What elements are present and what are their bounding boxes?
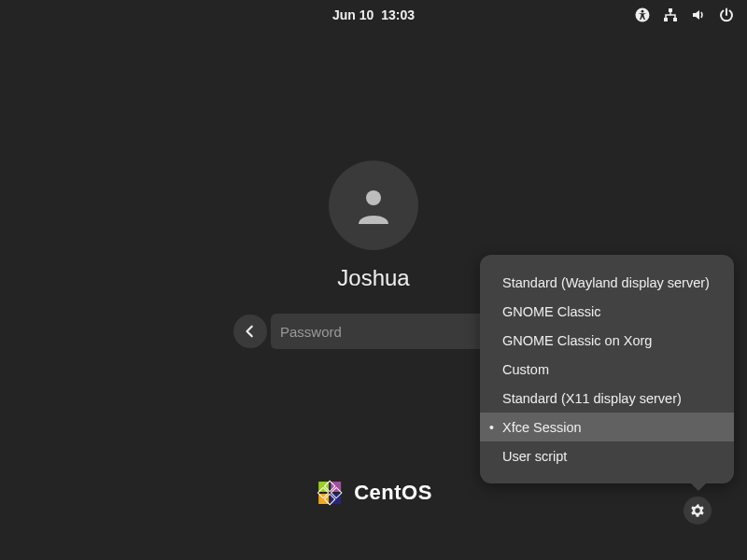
session-menu-item[interactable]: Standard (X11 display server)	[480, 384, 734, 413]
password-input[interactable]	[280, 324, 486, 340]
session-menu-item[interactable]: GNOME Classic on Xorg	[480, 326, 734, 355]
network-icon[interactable]	[663, 7, 678, 22]
svg-rect-3	[664, 18, 668, 21]
login-panel: Joshua	[233, 161, 514, 349]
session-menu-item[interactable]: Standard (Wayland display server)	[480, 268, 734, 297]
topbar-datetime[interactable]: Jun 10 13:03	[332, 7, 415, 22]
username-label: Joshua	[337, 265, 409, 291]
session-settings-button[interactable]	[684, 497, 712, 525]
session-menu-item[interactable]: GNOME Classic	[480, 297, 734, 326]
user-avatar	[329, 161, 418, 250]
brand: CentOS	[315, 478, 432, 508]
password-field-container	[271, 314, 514, 349]
back-button[interactable]	[233, 315, 267, 348]
session-menu: Standard (Wayland display server)GNOME C…	[480, 255, 734, 483]
svg-rect-4	[673, 18, 677, 21]
password-row	[233, 314, 514, 349]
power-icon[interactable]	[719, 7, 734, 22]
user-icon	[351, 183, 396, 228]
volume-icon[interactable]	[691, 7, 706, 22]
topbar: Jun 10 13:03	[0, 0, 747, 30]
chevron-left-icon	[244, 325, 257, 338]
session-menu-item[interactable]: Xfce Session	[480, 413, 734, 441]
svg-rect-2	[669, 8, 672, 12]
svg-point-1	[641, 10, 644, 13]
svg-point-5	[366, 190, 381, 205]
brand-name: CentOS	[354, 481, 432, 505]
session-menu-item[interactable]: User script	[480, 441, 734, 470]
session-menu-item[interactable]: Custom	[480, 355, 734, 384]
topbar-time: 13:03	[381, 7, 415, 22]
accessibility-icon[interactable]	[635, 7, 650, 22]
gear-icon	[690, 503, 705, 518]
topbar-status-icons	[635, 0, 734, 30]
topbar-date: Jun 10	[332, 7, 374, 22]
centos-logo-icon	[315, 478, 345, 508]
